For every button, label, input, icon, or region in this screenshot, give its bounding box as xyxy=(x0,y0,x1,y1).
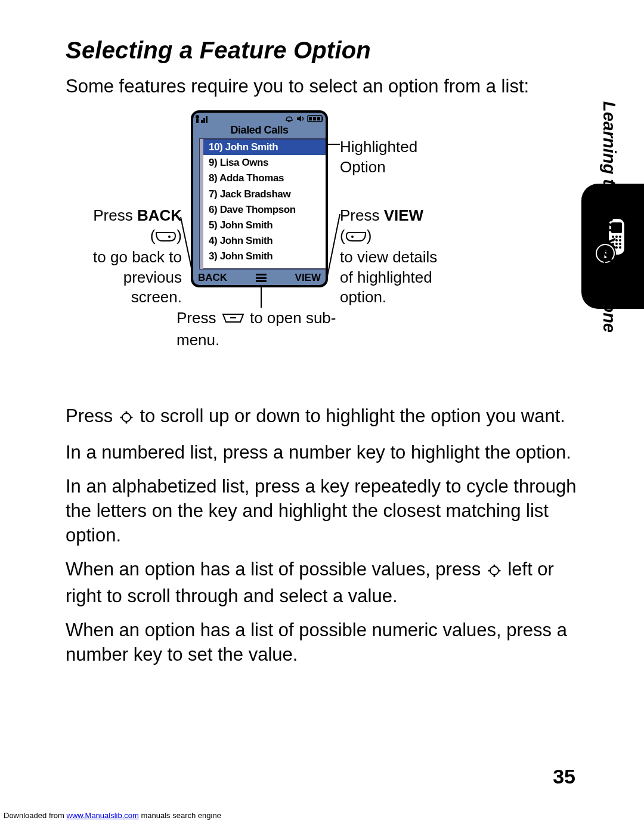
battery-icon xyxy=(307,115,324,122)
menu-icon xyxy=(256,274,267,282)
body-text: Press to scroll up or down to highlight … xyxy=(66,404,578,667)
list-item: 7) Jack Bradshaw xyxy=(200,187,326,202)
screen-title: Dialed Calls xyxy=(193,123,326,138)
svg-rect-15 xyxy=(317,117,320,120)
svg-point-19 xyxy=(125,422,127,424)
svg-line-1 xyxy=(327,214,340,279)
phone-screen: Dialed Calls 10) John Smith 9) Lisa Owns… xyxy=(191,110,328,287)
svg-rect-8 xyxy=(201,120,203,123)
paragraph: Press to scroll up or down to highlight … xyxy=(66,404,578,431)
svg-point-21 xyxy=(131,417,132,419)
callout-submenu: Press to open sub- menu. xyxy=(177,308,355,351)
svg-point-26 xyxy=(499,569,500,571)
status-bar xyxy=(193,113,326,123)
list-item: 6) Dave Thompson xyxy=(200,202,326,218)
list-item: 3) John Smith xyxy=(200,249,326,264)
svg-point-6 xyxy=(196,115,199,119)
svg-point-5 xyxy=(351,236,354,238)
softkey-bar: BACK VIEW xyxy=(193,271,326,285)
svg-point-22 xyxy=(490,566,499,575)
svg-rect-13 xyxy=(309,117,312,120)
softkey-left-icon xyxy=(155,227,177,247)
call-list: 10) John Smith 9) Lisa Owns 8) Adda Thom… xyxy=(199,138,326,270)
intro-text: Some features require you to select an o… xyxy=(66,75,578,98)
scroll-track xyxy=(200,139,203,269)
figure: Press BACK ( ) to go back to previous sc… xyxy=(66,107,578,358)
footer-link[interactable]: www.Manualslib.com xyxy=(67,811,139,820)
page-number: 35 xyxy=(553,765,575,788)
svg-rect-7 xyxy=(196,119,199,123)
section-title: Selecting a Feature Option xyxy=(66,37,578,64)
sound-icon xyxy=(296,115,305,122)
callout-highlighted: Highlighted Option xyxy=(340,137,483,178)
svg-rect-9 xyxy=(203,118,205,123)
svg-point-17 xyxy=(122,413,131,422)
callout-view: Press VIEW ( ) to view details of highli… xyxy=(340,206,483,308)
paragraph: In a numbered list, press a number key t… xyxy=(66,441,578,465)
signal-icon xyxy=(195,114,215,123)
softkey-view-label: VIEW xyxy=(295,272,321,284)
callout-back: Press BACK ( ) to go back to previous sc… xyxy=(72,206,182,308)
softkey-back-label: BACK xyxy=(198,272,227,284)
list-item: 10) John Smith xyxy=(200,140,326,155)
list-item: 5) John Smith xyxy=(200,218,326,233)
svg-rect-10 xyxy=(206,116,208,123)
nav-key-icon xyxy=(119,407,134,431)
softkey-right-icon xyxy=(345,227,367,247)
svg-point-24 xyxy=(493,575,495,577)
nav-key-icon xyxy=(487,560,501,584)
svg-rect-12 xyxy=(322,117,323,120)
notify-icon xyxy=(284,115,294,122)
list-item: 9) Lisa Owns xyxy=(200,155,326,171)
svg-point-18 xyxy=(125,411,127,413)
list-item: 8) Adda Thomas xyxy=(200,171,326,186)
svg-rect-14 xyxy=(313,117,316,120)
list-item: 4) John Smith xyxy=(200,233,326,249)
menu-key-icon xyxy=(221,309,246,330)
svg-point-20 xyxy=(120,417,122,419)
paragraph: When an option has a list of possible nu… xyxy=(66,618,578,667)
paragraph: In an alphabetized list, press a key rep… xyxy=(66,475,578,548)
chapter-title: Learning to Use Your Phone xyxy=(599,101,619,333)
paragraph: When an option has a list of possible va… xyxy=(66,558,578,609)
svg-point-4 xyxy=(168,236,171,238)
footer-credit: Downloaded from www.Manualslib.com manua… xyxy=(4,811,221,820)
svg-point-23 xyxy=(493,564,495,566)
svg-point-25 xyxy=(488,569,490,571)
